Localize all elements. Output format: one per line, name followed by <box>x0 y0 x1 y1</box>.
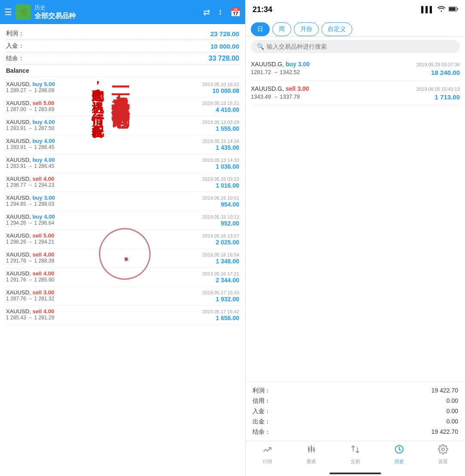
trade-name: XAUUSD, sell 3.00 <box>6 289 54 296</box>
search-input-wrap[interactable]: 🔍 <box>251 40 460 53</box>
nav-item-行情[interactable]: 行情 <box>262 444 273 465</box>
trade-profit: 4 410.00 <box>216 106 240 113</box>
rs-deposit-label: 入金： <box>253 408 271 415</box>
trade-item[interactable]: XAUUSD, sell 3.00 2019.05.17 15:43 1 287… <box>6 287 239 306</box>
nav-icon-交易 <box>350 444 360 457</box>
trade-dir: buy 4.00 <box>32 157 55 163</box>
trade-date: 2019.05.16 17:21 <box>202 271 239 276</box>
trade-name: XAUUSD, buy 4.00 <box>6 119 55 125</box>
trade-date: 2019.05.15 03:22 <box>202 176 239 182</box>
rt-name: XAUUSD.G, buy 3.00 <box>251 61 310 68</box>
trade-item[interactable]: XAUUSD, sell 4.00 2019.05.16 17:21 1 291… <box>6 268 239 287</box>
nav-icon-历史 <box>394 444 404 457</box>
svg-point-13 <box>442 448 444 451</box>
trade-item[interactable]: XAUUSD, buy 4.00 2019.05.13 14:34 1 283.… <box>6 135 239 154</box>
trade-profit: 1 348.00 <box>216 258 240 265</box>
trade-item[interactable]: XAUUSD, sell 4.00 2019.05.16 16:54 1 291… <box>6 249 239 268</box>
trade-profit: 954.00 <box>221 201 239 208</box>
trade-dir: buy 4.00 <box>32 119 55 125</box>
trade-item[interactable]: XAUUSD, buy 3.00 2019.05.15 10:51 1 294.… <box>6 192 239 211</box>
sort-icon[interactable]: ↕ <box>218 7 222 17</box>
nav-icon-设置 <box>438 444 448 457</box>
trade-dir: sell 4.00 <box>32 270 54 277</box>
tab-月份[interactable]: 月份 <box>294 22 319 36</box>
trade-item[interactable]: XAUUSD, buy 4.00 2019.05.13 14:33 1 283.… <box>6 154 239 173</box>
nav-label-设置: 设置 <box>438 458 448 465</box>
right-trades-list[interactable]: XAUUSD.G, buy 3.00 2019.05.29 03:37:34 1… <box>246 56 465 382</box>
trade-date: 2019.05.10 16:22 <box>202 82 239 87</box>
rs-balance-label: 结余： <box>253 428 271 436</box>
left-header: ☰ 🌿 历史 全部交易品种 ⇄ ↕ 📅 <box>0 0 245 24</box>
menu-icon[interactable]: ☰ <box>4 7 12 17</box>
tab-自定义[interactable]: 自定义 <box>321 22 352 36</box>
balance-value: 33 728.00 <box>209 55 239 62</box>
trade-item[interactable]: XAUUSD, sell 4.00 2019.05.17 15:42 1 285… <box>6 306 239 325</box>
trade-dir: sell 5.00 <box>32 232 54 239</box>
trade-dir: sell 4.00 <box>32 251 54 258</box>
trade-item[interactable]: XAUUSD, sell 5.00 2019.05.16 13:27 1 298… <box>6 230 239 249</box>
nav-item-设置[interactable]: 设置 <box>438 444 448 465</box>
trade-item[interactable]: XAUUSD, sell 5.00 2019.05.13 15:21 1 287… <box>6 97 239 116</box>
trade-price: 1 298.26 → 1 294.21 <box>6 239 54 246</box>
trade-date: 2019.05.15 10:12 <box>202 214 239 219</box>
trade-profit: 952.00 <box>221 220 239 227</box>
trade-profit: 1 932.00 <box>216 296 240 303</box>
rs-withdraw-row: 出金： 0.00 <box>253 417 458 427</box>
trade-dir: buy 4.00 <box>32 138 55 144</box>
nav-label-行情: 行情 <box>263 458 272 465</box>
trade-profit: 1 435.00 <box>216 144 240 151</box>
rs-balance-value: 19 422.70 <box>431 428 458 436</box>
rs-withdraw-value: 0.00 <box>447 418 458 426</box>
trade-name: XAUUSD, sell 4.00 <box>6 308 54 315</box>
svg-rect-2 <box>457 8 458 10</box>
search-input[interactable] <box>267 43 454 50</box>
trade-date: 2019.05.16 16:54 <box>202 252 239 257</box>
left-trades-list[interactable]: XAUUSD, buy 5.00 2019.05.10 16:22 1 289.… <box>0 78 245 476</box>
period-tabs: 日周月份自定义 <box>246 19 465 37</box>
trade-item[interactable]: XAUUSD, sell 4.00 2019.05.15 03:22 1 296… <box>6 173 239 192</box>
rs-deposit-value: 0.00 <box>447 408 458 415</box>
trade-item[interactable]: XAUUSD, buy 4.00 2019.05.13 03:29 1 283.… <box>6 116 239 135</box>
logo-text: 🌿 <box>20 9 27 15</box>
profit-label: 利润： <box>6 30 24 37</box>
trade-price: 1 291.76 → 1 285.90 <box>6 277 54 284</box>
all-trades-label: 全部交易品种 <box>34 12 203 21</box>
right-panel: 21:34 ▌▌▌ 日周月份自定义 🔍 <box>245 0 465 476</box>
trade-price: 1 285.43 → 1 281.29 <box>6 315 54 321</box>
trade-profit: 1 555.00 <box>216 125 240 132</box>
rt-profit: 1 713.00 <box>435 93 460 101</box>
trade-item[interactable]: XAUUSD, buy 4.00 2019.05.15 10:12 1 294.… <box>6 211 239 230</box>
trade-date: 2019.05.13 15:21 <box>202 101 239 106</box>
trade-profit: 10 000.08 <box>212 87 239 94</box>
trade-price: 1 294.26 → 1 296.64 <box>6 220 54 227</box>
trade-price: 1 287.76 → 1 281.32 <box>6 296 54 303</box>
home-bar <box>330 473 381 474</box>
rs-deposit-row: 入金： 0.00 <box>253 406 458 417</box>
profit-row: 利润： 23 728.00 <box>6 28 239 40</box>
nav-item-历史[interactable]: 历史 <box>394 444 404 465</box>
rs-credit-value: 0.00 <box>447 397 458 405</box>
trade-price: 1 283.91 → 1 287.50 <box>6 125 54 132</box>
nav-icon-行情 <box>262 444 273 457</box>
trade-date: 2019.05.15 10:51 <box>202 195 239 201</box>
trade-name: XAUUSD, buy 4.00 <box>6 157 55 163</box>
trade-dir: sell 3.00 <box>32 289 54 296</box>
nav-item-交易[interactable]: 交易 <box>350 444 360 465</box>
nav-item-图表[interactable]: 图表 <box>306 444 317 465</box>
nav-label-图表: 图表 <box>307 458 316 465</box>
rs-credit-row: 信用： 0.00 <box>253 396 458 406</box>
trade-name: XAUUSD, sell 5.00 <box>6 100 54 106</box>
trade-item[interactable]: XAUUSD, buy 5.00 2019.05.10 16:22 1 289.… <box>6 78 239 97</box>
battery-icon <box>449 6 458 13</box>
right-trade-item[interactable]: XAUUSD.G, sell 3.00 2019.06.05 15:43:13 … <box>251 81 460 105</box>
rs-profit-label: 利润： <box>253 387 271 395</box>
right-trade-item[interactable]: XAUUSD.G, buy 3.00 2019.05.29 03:37:34 1… <box>251 56 460 81</box>
trade-price: 1 289.27 → 1 298.09 <box>6 87 54 94</box>
tab-日[interactable]: 日 <box>251 22 270 36</box>
deposit-label: 入金： <box>6 42 24 50</box>
trade-dir: sell 5.00 <box>32 100 54 106</box>
swap-icon[interactable]: ⇄ <box>203 7 210 17</box>
rt-name: XAUUSD.G, sell 3.00 <box>251 85 309 92</box>
calendar-icon[interactable]: 📅 <box>230 7 241 17</box>
tab-周[interactable]: 周 <box>272 22 291 36</box>
